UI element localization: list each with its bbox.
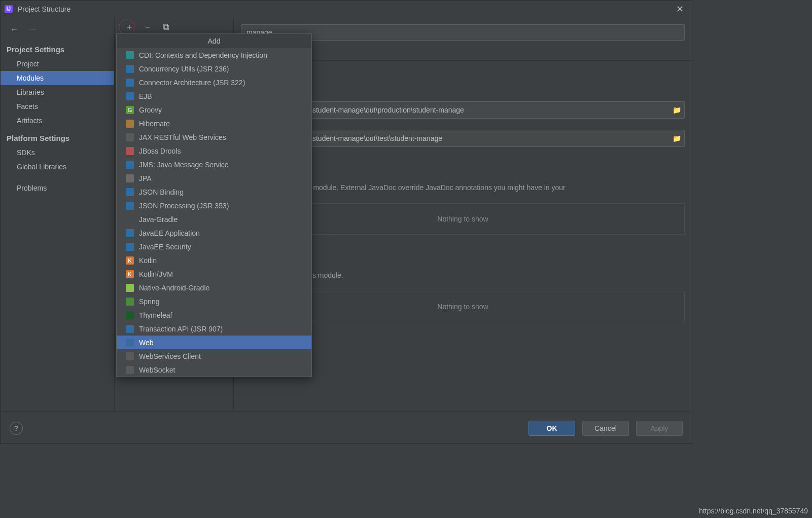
menu-item-label: Native-Android-Gradle xyxy=(139,284,209,292)
menu-item-transaction-api-jsr-907[interactable]: Transaction API (JSR 907) xyxy=(117,322,311,336)
framework-icon xyxy=(126,243,134,251)
menu-item-label: Kotlin/JVM xyxy=(139,270,173,278)
output-path-input[interactable]: E:\java\project\student-manage\out\produ… xyxy=(260,101,685,119)
menu-item-spring[interactable]: Spring xyxy=(117,294,311,308)
menu-item-connector-architecture-jsr-322[interactable]: Connector Architecture (JSR 322) xyxy=(117,76,311,89)
menu-item-label: Hibernate xyxy=(139,120,170,128)
sidebar-heading-platform-settings: Platform Settings xyxy=(1,128,114,145)
menu-title: Add xyxy=(117,34,311,48)
sidebar-item-problems[interactable]: Problems xyxy=(1,181,114,195)
menu-item-jboss-drools[interactable]: JBoss Drools xyxy=(117,144,311,158)
menu-item-label: JavaEE Security xyxy=(139,243,191,251)
menu-item-label: Kotlin xyxy=(139,256,157,265)
menu-item-web[interactable]: Web xyxy=(117,336,311,349)
menu-item-label: JSON Processing (JSR 353) xyxy=(139,202,229,210)
menu-item-concurrency-utils-jsr-236[interactable]: Concurrency Utils (JSR 236) xyxy=(117,62,311,76)
framework-icon xyxy=(126,120,134,128)
framework-icon: K xyxy=(126,256,134,265)
framework-icon xyxy=(126,311,134,319)
framework-icon xyxy=(126,51,134,59)
sidebar-item-project[interactable]: Project xyxy=(1,57,114,71)
test-output-path-input[interactable]: E:\java\project\student-manage\out\test\… xyxy=(260,130,685,147)
add-icon[interactable]: ＋ xyxy=(125,22,134,31)
sidebar-item-artifacts[interactable]: Artifacts xyxy=(1,114,114,128)
framework-icon xyxy=(126,147,134,155)
menu-item-groovy[interactable]: GGroovy xyxy=(117,103,311,117)
sidebar: ← → Project Settings ProjectModulesLibra… xyxy=(1,17,115,411)
menu-item-jms-java-message-service[interactable]: JMS: Java Message Service xyxy=(117,158,311,171)
framework-icon xyxy=(126,79,134,87)
sidebar-item-modules[interactable]: Modules xyxy=(1,71,114,85)
menu-item-javaee-application[interactable]: JavaEE Application xyxy=(117,226,311,240)
watermark: https://blog.csdn.net/qq_37855749 xyxy=(699,507,808,515)
framework-icon xyxy=(126,92,134,100)
framework-icon xyxy=(126,174,134,182)
menu-item-label: Transaction API (JSR 907) xyxy=(139,325,223,333)
framework-icon xyxy=(126,366,134,374)
framework-icon xyxy=(126,215,134,224)
project-structure-dialog: IJ Project Structure ✕ ← → Project Setti… xyxy=(0,0,692,444)
sidebar-item-facets[interactable]: Facets xyxy=(1,99,114,114)
menu-item-label: JBoss Drools xyxy=(139,147,181,155)
menu-item-label: JPA xyxy=(139,174,152,182)
menu-item-label: Web xyxy=(139,339,154,347)
add-framework-menu: Add CDI: Contexts and Dependency Injecti… xyxy=(116,33,312,377)
menu-item-java-gradle[interactable]: Java-Gradle xyxy=(117,212,311,226)
cancel-button[interactable]: Cancel xyxy=(582,421,629,436)
menu-item-label: Connector Architecture (JSR 322) xyxy=(139,79,245,87)
menu-item-webservices-client[interactable]: WebServices Client xyxy=(117,349,311,363)
menu-item-javaee-security[interactable]: JavaEE Security xyxy=(117,240,311,253)
framework-icon xyxy=(126,229,134,237)
framework-icon xyxy=(126,284,134,292)
menu-item-websocket[interactable]: WebSocket xyxy=(117,363,311,377)
menu-item-label: Thymeleaf xyxy=(139,311,172,319)
forward-icon[interactable]: → xyxy=(28,24,37,35)
menu-item-jax-restful-web-services[interactable]: JAX RESTful Web Services xyxy=(117,130,311,144)
menu-item-native-android-gradle[interactable]: Native-Android-Gradle xyxy=(117,281,311,294)
framework-icon: K xyxy=(126,270,134,278)
apply-button[interactable]: Apply xyxy=(636,421,683,436)
menu-item-label: WebServices Client xyxy=(139,352,201,360)
menu-item-cdi-contexts-and-dependency-injection[interactable]: CDI: Contexts and Dependency Injection xyxy=(117,48,311,62)
app-icon: IJ xyxy=(5,5,13,13)
sidebar-heading-project-settings: Project Settings xyxy=(1,39,114,57)
menu-item-json-binding[interactable]: JSON Binding xyxy=(117,185,311,199)
menu-item-thymeleaf[interactable]: Thymeleaf xyxy=(117,308,311,322)
menu-item-kotlin[interactable]: KKotlin xyxy=(117,253,311,267)
menu-item-hibernate[interactable]: Hibernate xyxy=(117,117,311,130)
menu-item-label: CDI: Contexts and Dependency Injection xyxy=(139,51,267,59)
help-icon[interactable]: ? xyxy=(10,422,23,435)
sidebar-item-global-libraries[interactable]: Global Libraries xyxy=(1,160,114,174)
framework-icon xyxy=(126,188,134,196)
close-icon[interactable]: ✕ xyxy=(672,3,688,16)
menu-item-label: WebSocket xyxy=(139,366,175,374)
framework-icon xyxy=(126,339,134,347)
framework-icon xyxy=(126,161,134,169)
menu-item-ejb[interactable]: EJB xyxy=(117,89,311,103)
sidebar-item-libraries[interactable]: Libraries xyxy=(1,85,114,99)
browse-folder-icon[interactable]: 📁 xyxy=(673,106,681,114)
menu-item-label: Spring xyxy=(139,298,159,306)
menu-item-label: JMS: Java Message Service xyxy=(139,161,229,169)
framework-icon: G xyxy=(126,106,134,114)
framework-icon xyxy=(126,298,134,306)
menu-item-jpa[interactable]: JPA xyxy=(117,171,311,185)
dialog-footer: ? OK Cancel Apply xyxy=(1,411,692,445)
menu-item-label: EJB xyxy=(139,92,152,100)
browse-folder-icon[interactable]: 📁 xyxy=(673,134,681,142)
menu-item-json-processing-jsr-353[interactable]: JSON Processing (JSR 353) xyxy=(117,199,311,212)
copy-icon[interactable]: ⧉ xyxy=(161,22,170,31)
window-title: Project Structure xyxy=(18,5,70,13)
menu-item-label: Groovy xyxy=(139,106,162,114)
sidebar-item-sdks[interactable]: SDKs xyxy=(1,145,114,160)
remove-icon[interactable]: － xyxy=(143,22,152,31)
menu-item-label: JAX RESTful Web Services xyxy=(139,133,226,141)
framework-icon xyxy=(126,325,134,333)
framework-icon xyxy=(126,202,134,210)
back-icon[interactable]: ← xyxy=(10,24,19,35)
menu-item-label: JavaEE Application xyxy=(139,229,200,237)
menu-item-label: Concurrency Utils (JSR 236) xyxy=(139,65,229,73)
menu-item-kotlin-jvm[interactable]: KKotlin/JVM xyxy=(117,267,311,281)
ok-button[interactable]: OK xyxy=(528,421,575,436)
titlebar: IJ Project Structure ✕ xyxy=(1,1,692,17)
